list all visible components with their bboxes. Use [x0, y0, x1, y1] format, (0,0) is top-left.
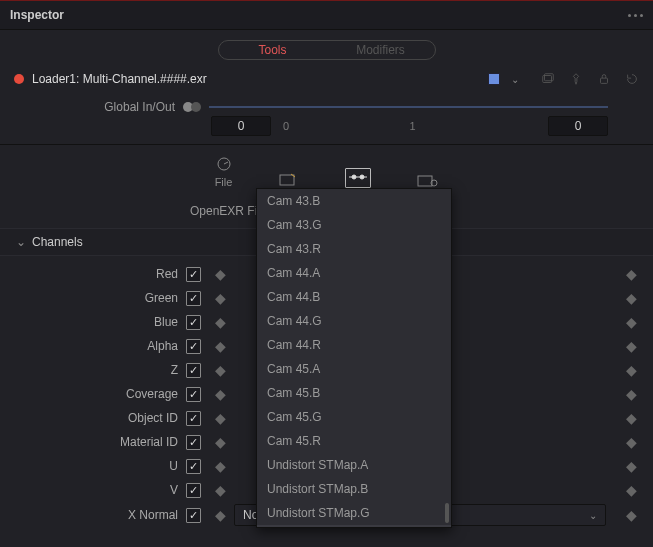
dropdown-item[interactable]: Cam 43.G [257, 213, 451, 237]
keyframe-diamond-icon[interactable]: ◆ [201, 434, 234, 450]
keyframe-diamond-icon[interactable]: ◆ [201, 410, 234, 426]
channel-label: U [0, 459, 186, 473]
range-end-field[interactable]: 0 [548, 116, 608, 136]
page-file[interactable]: File [215, 155, 233, 188]
dropdown-item[interactable]: Undistort STMap.A [257, 453, 451, 477]
dropdown-item[interactable]: Cam 44.G [257, 309, 451, 333]
keyframe-diamond-icon[interactable]: ◆ [201, 290, 234, 306]
reset-icon[interactable] [625, 72, 639, 86]
svg-rect-4 [280, 175, 294, 185]
channel-checkbox[interactable] [186, 411, 201, 426]
range-track[interactable] [209, 106, 608, 108]
dropdown-item[interactable]: Undistort STMap.G [257, 501, 451, 525]
channel-checkbox[interactable] [186, 291, 201, 306]
page-tabs: File [0, 145, 653, 190]
global-in-out-label: Global In/Out [104, 100, 175, 114]
lock-icon[interactable] [597, 72, 611, 86]
keyframe-diamond-icon[interactable]: ◆ [612, 362, 653, 378]
dropdown-item[interactable]: Cam 45.A [257, 357, 451, 381]
channel-label: V [0, 483, 186, 497]
channel-label: Blue [0, 315, 186, 329]
dropdown-item[interactable]: Cam 44.B [257, 285, 451, 309]
dropdown-item[interactable]: Cam 43.R [257, 237, 451, 261]
keyframe-diamond-icon[interactable]: ◆ [201, 338, 234, 354]
channel-label: Z [0, 363, 186, 377]
x-normal-label: X Normal [0, 508, 186, 522]
dropdown-item[interactable]: Cam 45.R [257, 429, 451, 453]
channel-checkbox[interactable] [186, 315, 201, 330]
keyframe-diamond-icon[interactable]: ◆ [201, 266, 234, 282]
keyframe-diamond-icon[interactable]: ◆ [612, 507, 653, 523]
dropdown-item[interactable]: Cam 45.G [257, 405, 451, 429]
keyframe-diamond-icon[interactable]: ◆ [201, 482, 234, 498]
keyframe-diamond-icon[interactable]: ◆ [201, 507, 234, 523]
keyframe-diamond-icon[interactable]: ◆ [612, 314, 653, 330]
dropdown-item[interactable]: Cam 43.B [257, 189, 451, 213]
tick-1: 1 [410, 120, 416, 132]
keyframe-diamond-icon[interactable]: ◆ [612, 338, 653, 354]
keyframe-diamond-icon[interactable]: ◆ [612, 386, 653, 402]
node-name: Loader1: Multi-Channel.####.exr [32, 72, 480, 86]
channel-checkbox[interactable] [186, 387, 201, 402]
channel-checkbox[interactable] [186, 339, 201, 354]
keyframe-diamond-icon[interactable]: ◆ [201, 314, 234, 330]
title-bar: Inspector [0, 0, 653, 30]
keyframe-diamond-icon[interactable]: ◆ [612, 482, 653, 498]
keyframe-diamond-icon[interactable]: ◆ [201, 458, 234, 474]
channel-checkbox[interactable] [186, 459, 201, 474]
versions-icon[interactable] [541, 72, 555, 86]
pin-icon[interactable] [569, 72, 583, 86]
channel-label: Red [0, 267, 186, 281]
panel-title: Inspector [10, 8, 64, 22]
range-handles[interactable] [183, 102, 201, 112]
panel-menu-icon[interactable] [628, 14, 643, 17]
channel-checkbox[interactable] [186, 435, 201, 450]
dropdown-item[interactable]: Cam 44.A [257, 261, 451, 285]
keyframe-diamond-icon[interactable]: ◆ [612, 434, 653, 450]
scrollbar[interactable] [445, 193, 449, 523]
keyframe-diamond-icon[interactable]: ◆ [612, 290, 653, 306]
page-import[interactable] [279, 172, 299, 188]
keyframe-diamond-icon[interactable]: ◆ [612, 458, 653, 474]
chevron-down-icon: ⌄ [589, 510, 597, 521]
x-normal-checkbox[interactable] [186, 508, 201, 523]
keyframe-diamond-icon[interactable]: ◆ [201, 362, 234, 378]
page-channels[interactable] [345, 168, 371, 188]
keyframe-diamond-icon[interactable]: ◆ [201, 386, 234, 402]
channel-label: Alpha [0, 339, 186, 353]
keyframe-diamond-icon[interactable]: ◆ [612, 410, 653, 426]
svg-point-7 [360, 175, 364, 179]
svg-rect-8 [418, 176, 432, 186]
channel-label: Green [0, 291, 186, 305]
dropdown-item[interactable]: Cam 45.B [257, 381, 451, 405]
channel-checkbox[interactable] [186, 483, 201, 498]
page-settings[interactable] [417, 174, 439, 188]
dropdown-item[interactable]: Cam 44.R [257, 333, 451, 357]
channel-checkbox[interactable] [186, 267, 201, 282]
dropdown-item[interactable]: Undistort STMap.R [257, 525, 451, 528]
node-enable-toggle[interactable] [14, 74, 24, 84]
channel-label: Object ID [0, 411, 186, 425]
tab-tools[interactable]: Tools [219, 41, 327, 59]
tab-modifiers[interactable]: Modifiers [327, 41, 435, 59]
range-start-field[interactable]: 0 [211, 116, 271, 136]
channel-checkbox[interactable] [186, 363, 201, 378]
chevron-down-icon[interactable]: ⌄ [511, 74, 519, 85]
tabs: Tools Modifiers [0, 30, 653, 68]
dropdown-item[interactable]: Undistort STMap.B [257, 477, 451, 501]
channel-dropdown-list[interactable]: Cam 43.BCam 43.GCam 43.RCam 44.ACam 44.B… [256, 188, 452, 528]
channel-label: Coverage [0, 387, 186, 401]
tile-color-swatch[interactable] [488, 73, 500, 85]
keyframe-diamond-icon[interactable]: ◆ [612, 266, 653, 282]
channel-label: Material ID [0, 435, 186, 449]
tick-0: 0 [283, 120, 289, 132]
chevron-down-icon: ⌄ [16, 235, 26, 249]
svg-rect-2 [601, 78, 608, 83]
